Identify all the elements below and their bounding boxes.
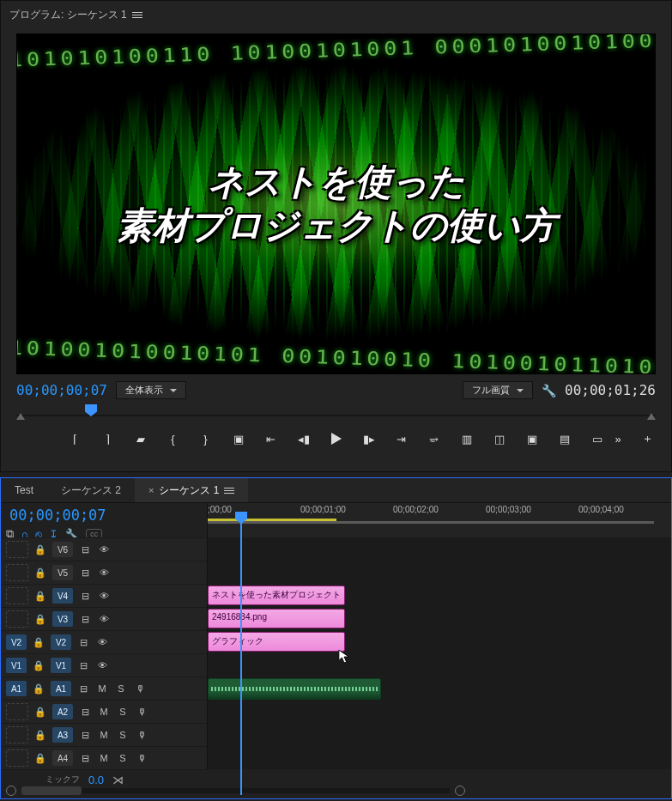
timeline-ruler[interactable]: ;00;00 00;00;01;00 00;00;02;00 00;00;03;… bbox=[207, 503, 671, 537]
eye-icon[interactable]: 👁 bbox=[95, 635, 109, 649]
track-header-a3[interactable]: 🔒A3⊟MS🎙 bbox=[1, 723, 207, 746]
lock-icon[interactable]: 🔒 bbox=[33, 566, 47, 580]
program-video-display[interactable]: 00101010100110 10100101001 0001010010100… bbox=[16, 33, 656, 374]
mute-button[interactable]: M bbox=[95, 682, 109, 695]
track-label[interactable]: A4 bbox=[52, 750, 73, 766]
mix-skip-icon[interactable]: ⋊ bbox=[112, 774, 124, 786]
clip-v1[interactable]: グラフィック bbox=[208, 632, 345, 652]
go-to-out-icon[interactable]: } bbox=[197, 430, 215, 447]
safe-margins-icon[interactable]: ▭ bbox=[589, 430, 606, 447]
scrollbar-thumb[interactable] bbox=[21, 786, 82, 795]
program-playhead-timecode[interactable]: 00;00;00;07 bbox=[16, 382, 107, 398]
src-patch-a1[interactable]: A1 bbox=[6, 681, 27, 696]
track-label[interactable]: A1 bbox=[51, 681, 71, 696]
clip-a1-audio[interactable] bbox=[208, 678, 381, 700]
export-frame-icon[interactable]: ◫ bbox=[491, 430, 508, 447]
voiceover-mic-icon[interactable]: 🎙 bbox=[135, 751, 148, 765]
track-label[interactable]: V4 bbox=[52, 588, 73, 604]
play-button[interactable] bbox=[328, 430, 345, 447]
close-tab-icon[interactable]: × bbox=[148, 485, 154, 495]
track-header-v5[interactable]: 🔒V5⊟👁 bbox=[1, 561, 207, 584]
lock-icon[interactable]: 🔒 bbox=[33, 728, 47, 742]
src-patch-empty[interactable] bbox=[6, 749, 28, 767]
lock-icon[interactable]: 🔒 bbox=[33, 751, 47, 765]
sync-lock-icon[interactable]: ⊟ bbox=[78, 612, 92, 626]
tab-test[interactable]: Test bbox=[1, 478, 47, 502]
track-label[interactable]: V2 bbox=[51, 634, 71, 650]
track-header-v1[interactable]: V1🔒V1⊟👁 bbox=[1, 653, 207, 677]
timeline-horizontal-scrollbar[interactable] bbox=[6, 786, 465, 795]
step-forward-icon[interactable]: ▮▸ bbox=[360, 430, 378, 447]
go-to-next-edit-icon[interactable]: ⇥ bbox=[393, 430, 410, 447]
solo-button[interactable]: S bbox=[116, 728, 130, 742]
button-editor-more-icon[interactable]: » bbox=[609, 430, 627, 447]
eye-icon[interactable]: 👁 bbox=[97, 612, 111, 626]
lock-icon[interactable]: 🔒 bbox=[33, 612, 47, 626]
ruler-out-triangle-icon[interactable] bbox=[647, 413, 656, 420]
eye-icon[interactable]: 👁 bbox=[97, 589, 111, 603]
voiceover-mic-icon[interactable]: 🎙 bbox=[133, 682, 147, 695]
track-label[interactable]: V3 bbox=[52, 611, 73, 627]
mute-button[interactable]: M bbox=[97, 751, 111, 765]
lock-icon[interactable]: 🔒 bbox=[32, 682, 45, 695]
zoom-select[interactable]: 全体表示 bbox=[116, 381, 186, 399]
lock-icon[interactable]: 🔒 bbox=[32, 635, 45, 649]
track-label[interactable]: A3 bbox=[52, 727, 73, 743]
sync-lock-icon[interactable]: ⊟ bbox=[78, 543, 92, 556]
track-label[interactable]: V5 bbox=[52, 565, 73, 580]
eye-icon[interactable]: 👁 bbox=[95, 658, 109, 672]
lock-icon[interactable]: 🔒 bbox=[33, 589, 47, 603]
comparison-view-icon[interactable]: ▤ bbox=[556, 430, 573, 447]
track-header-v3[interactable]: 🔒V3⊟👁 bbox=[1, 607, 207, 630]
scrollbar-track[interactable] bbox=[21, 788, 450, 793]
step-back-icon[interactable]: ◂▮ bbox=[295, 430, 312, 447]
track-header-v4[interactable]: 🔒V4⊟👁 bbox=[1, 584, 207, 607]
src-patch-empty[interactable] bbox=[6, 564, 28, 581]
lock-icon[interactable]: 🔒 bbox=[33, 705, 47, 719]
sync-lock-icon[interactable]: ⊟ bbox=[76, 658, 90, 672]
tab-menu-icon[interactable] bbox=[224, 488, 234, 494]
sync-lock-icon[interactable]: ⊟ bbox=[76, 635, 90, 649]
track-label[interactable]: V6 bbox=[52, 542, 73, 557]
lift-icon[interactable]: ▣ bbox=[230, 430, 247, 447]
timeline-track-content[interactable]: ネストを使った素材プロジェクト 24916834.png グラフィック bbox=[207, 537, 671, 769]
sync-lock-icon[interactable]: ⊟ bbox=[78, 566, 92, 580]
eye-icon[interactable]: 👁 bbox=[97, 543, 111, 556]
go-to-prev-edit-icon[interactable]: ⇤ bbox=[263, 430, 280, 447]
src-patch-empty[interactable] bbox=[6, 541, 28, 558]
sync-lock-icon[interactable]: ⊟ bbox=[78, 589, 92, 603]
track-label[interactable]: A2 bbox=[52, 704, 73, 719]
solo-button[interactable]: S bbox=[116, 705, 130, 719]
sync-lock-icon[interactable]: ⊟ bbox=[78, 751, 92, 765]
src-patch-empty[interactable] bbox=[6, 587, 28, 604]
voiceover-mic-icon[interactable]: 🎙 bbox=[135, 705, 148, 719]
eye-icon[interactable]: 👁 bbox=[97, 566, 111, 580]
track-header-a1[interactable]: A1🔒A1⊟MS🎙 bbox=[1, 677, 207, 700]
timeline-timecode[interactable]: 00;00;00;07 bbox=[6, 507, 202, 524]
tab-sequence-2[interactable]: シーケンス 2 bbox=[47, 478, 135, 502]
src-patch-empty[interactable] bbox=[6, 726, 28, 743]
add-marker-icon[interactable]: ▰ bbox=[132, 430, 149, 447]
go-to-in-icon[interactable]: { bbox=[165, 430, 182, 447]
sync-lock-icon[interactable]: ⊟ bbox=[78, 705, 92, 719]
insert-icon[interactable]: ⥴ bbox=[426, 430, 443, 447]
quality-select[interactable]: フル画質 bbox=[463, 381, 533, 399]
zoom-out-handle-icon[interactable] bbox=[6, 786, 16, 796]
track-header-a4[interactable]: 🔒A4⊟MS🎙 bbox=[1, 746, 207, 769]
settings-wrench-icon[interactable]: 🔧 bbox=[542, 384, 556, 397]
mute-button[interactable]: M bbox=[97, 728, 111, 742]
lock-icon[interactable]: 🔒 bbox=[32, 658, 45, 672]
zoom-in-handle-icon[interactable] bbox=[455, 786, 465, 796]
program-time-ruler[interactable] bbox=[16, 403, 656, 425]
ruler-in-triangle-icon[interactable] bbox=[16, 413, 25, 420]
solo-button[interactable]: S bbox=[116, 751, 130, 765]
sync-lock-icon[interactable]: ⊟ bbox=[78, 728, 92, 742]
track-label[interactable]: V1 bbox=[51, 658, 71, 673]
button-editor-add-icon[interactable]: ＋ bbox=[639, 430, 656, 447]
mix-value[interactable]: 0.0 bbox=[88, 774, 104, 786]
overwrite-icon[interactable]: ▥ bbox=[458, 430, 475, 447]
src-patch-v2[interactable]: V2 bbox=[6, 634, 27, 650]
clip-v2[interactable]: 24916834.png bbox=[208, 609, 345, 628]
clip-v3[interactable]: ネストを使った素材プロジェクト bbox=[208, 586, 345, 605]
camera-icon[interactable]: ▣ bbox=[524, 430, 541, 447]
